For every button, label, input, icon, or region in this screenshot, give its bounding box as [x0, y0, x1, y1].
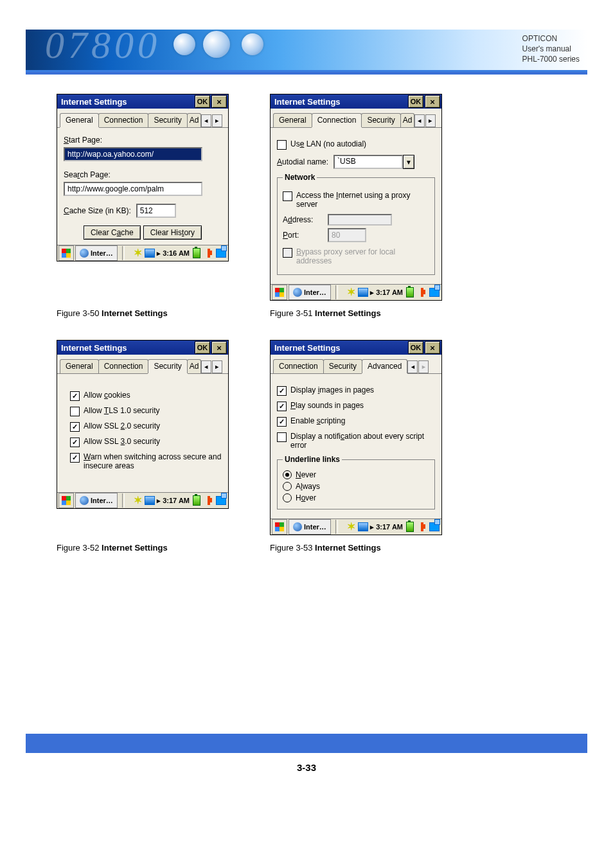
proxy-port-input[interactable]: 80	[328, 228, 366, 242]
start-button[interactable]	[272, 519, 287, 535]
underline-links-group: Underline links Never Always Hover	[277, 455, 435, 509]
close-button[interactable]: ×	[211, 341, 227, 354]
underline-always-radio[interactable]: Always	[283, 482, 429, 491]
ok-button[interactable]: OK	[408, 341, 423, 354]
bypass-checkbox: Bypass proxy server for local addresses	[283, 247, 429, 265]
close-button[interactable]: ×	[211, 95, 227, 108]
start-button[interactable]	[272, 285, 287, 300]
network-icon	[429, 287, 440, 297]
taskbar: Inter… ✶ ▸ 3:17 AM	[271, 518, 441, 535]
tab-security[interactable]: Security	[323, 359, 362, 373]
tab-strip: General Connection Security Ad ◄ ►	[57, 109, 228, 128]
system-tray: ✶ ▸ 3:17 AM	[346, 522, 441, 532]
tab-connection[interactable]: Connection	[98, 359, 149, 373]
tab-scroll-left-icon[interactable]: ◄	[201, 360, 211, 373]
signal-icon: ✶	[132, 248, 143, 258]
figure-caption: Figure 3-53 Internet Settings	[270, 543, 445, 553]
tab-security[interactable]: Security	[148, 113, 187, 127]
search-page-input[interactable]: http://www.google.com/palm	[64, 182, 202, 196]
tab-scroll-right-icon[interactable]: ►	[212, 360, 222, 373]
tab-connection[interactable]: Connection	[98, 113, 149, 127]
address-label: Address:	[283, 215, 323, 224]
taskbar-app-label: Inter…	[91, 249, 113, 257]
ok-button[interactable]: OK	[195, 95, 210, 108]
clock: 3:16 AM	[163, 249, 190, 257]
tab-general[interactable]: General	[273, 113, 312, 127]
tab-scroll-left-icon[interactable]: ◄	[407, 360, 418, 373]
connection-icon	[358, 522, 368, 532]
proxy-address-input[interactable]	[328, 214, 392, 226]
tab-security[interactable]: Security	[361, 113, 400, 127]
close-button[interactable]: ×	[425, 341, 440, 354]
allow-cookies-checkbox[interactable]: Allow cookies	[70, 391, 222, 401]
globe-icon	[80, 249, 89, 258]
enable-scripting-checkbox[interactable]: Enable scripting	[277, 416, 435, 427]
autodial-label: Autodial name:	[277, 157, 328, 166]
tab-general[interactable]: General	[60, 113, 99, 127]
tab-scroll-right-icon[interactable]: ►	[418, 360, 429, 373]
start-button[interactable]	[58, 493, 74, 508]
plug-icon	[417, 522, 427, 532]
tab-connection[interactable]: Connection	[312, 113, 362, 127]
tab-general[interactable]: General	[60, 359, 99, 373]
network-group: Network Access the Internet using a prox…	[277, 173, 435, 275]
taskbar-app-button[interactable]: Inter…	[289, 519, 331, 535]
tab-truncated[interactable]: Ad	[400, 113, 414, 127]
port-label: Port:	[283, 231, 323, 240]
clock: 3:17 AM	[376, 523, 403, 531]
notify-script-error-checkbox[interactable]: Display a notification about every scrip…	[277, 432, 435, 450]
tab-strip: General Connection Security Ad ◄ ►	[271, 109, 441, 128]
connection-icon	[358, 287, 368, 297]
footer-bar	[26, 734, 587, 753]
tab-scroll-right-icon[interactable]: ►	[425, 114, 436, 127]
display-images-checkbox[interactable]: Display images in pages	[277, 385, 435, 396]
connection-icon	[145, 495, 155, 506]
autodial-combo[interactable]: `USB ▼	[333, 155, 414, 169]
decorative-sphere	[242, 33, 263, 55]
proxy-checkbox[interactable]: Access the Internet using a proxy server	[283, 191, 429, 209]
ok-button[interactable]: OK	[195, 341, 210, 354]
clear-history-button[interactable]: Clear History	[143, 226, 202, 240]
doc-line: PHL-7000 series	[522, 54, 580, 64]
connection-icon	[145, 248, 155, 258]
plug-icon	[204, 248, 214, 258]
title-bar: Internet Settings OK ×	[57, 341, 228, 355]
windows-flag-icon	[62, 496, 71, 505]
tab-security[interactable]: Security	[148, 359, 187, 373]
tab-scroll-right-icon[interactable]: ►	[212, 114, 222, 127]
taskbar-separator	[122, 493, 125, 508]
tab-truncated[interactable]: Ad	[187, 113, 201, 127]
tab-scroll-left-icon[interactable]: ◄	[201, 114, 211, 127]
use-lan-checkbox[interactable]: Use LAN (no autodial)	[277, 139, 435, 150]
title-bar: Internet Settings OK ×	[271, 341, 441, 355]
close-button[interactable]: ×	[425, 95, 440, 108]
settings-window-advanced: Internet Settings OK × Connection Securi…	[270, 340, 442, 535]
tab-scroll-left-icon[interactable]: ◄	[414, 114, 425, 127]
warn-switch-checkbox[interactable]: Warn when switching across secure and in…	[70, 452, 222, 470]
dropdown-arrow-icon[interactable]: ▼	[403, 155, 414, 169]
cache-size-label: Cache Size (in KB):	[64, 206, 131, 215]
clear-cache-button[interactable]: Clear Cache	[84, 226, 141, 240]
underline-never-radio[interactable]: Never	[283, 470, 429, 479]
header-text-block: OPTICON User's manual PHL-7000 series	[522, 33, 580, 64]
underline-hover-radio[interactable]: Hover	[283, 493, 429, 502]
taskbar-app-button[interactable]: Inter…	[75, 493, 118, 508]
tab-connection[interactable]: Connection	[273, 359, 324, 373]
decorative-sphere	[203, 31, 230, 58]
windows-flag-icon	[62, 249, 71, 258]
cache-size-input[interactable]: 512	[136, 204, 176, 218]
tab-truncated[interactable]: Ad	[187, 359, 201, 373]
play-sounds-checkbox[interactable]: Play sounds in pages	[277, 401, 435, 411]
search-page-label: Search Page:	[64, 170, 222, 179]
ok-button[interactable]: OK	[408, 95, 423, 108]
taskbar-app-button[interactable]: Inter…	[289, 285, 331, 300]
taskbar-app-label: Inter…	[304, 523, 326, 531]
taskbar-app-button[interactable]: Inter…	[75, 245, 118, 261]
allow-tls-checkbox[interactable]: Allow TLS 1.0 security	[70, 406, 222, 416]
start-button[interactable]	[58, 245, 74, 261]
allow-ssl3-checkbox[interactable]: Allow SSL 3.0 security	[70, 437, 222, 447]
allow-ssl2-checkbox[interactable]: Allow SSL 2.0 security	[70, 421, 222, 432]
window-title: Internet Settings	[274, 343, 407, 353]
start-page-input[interactable]: http://wap.oa.yahoo.com/	[64, 147, 202, 161]
tab-advanced[interactable]: Advanced	[362, 359, 407, 373]
